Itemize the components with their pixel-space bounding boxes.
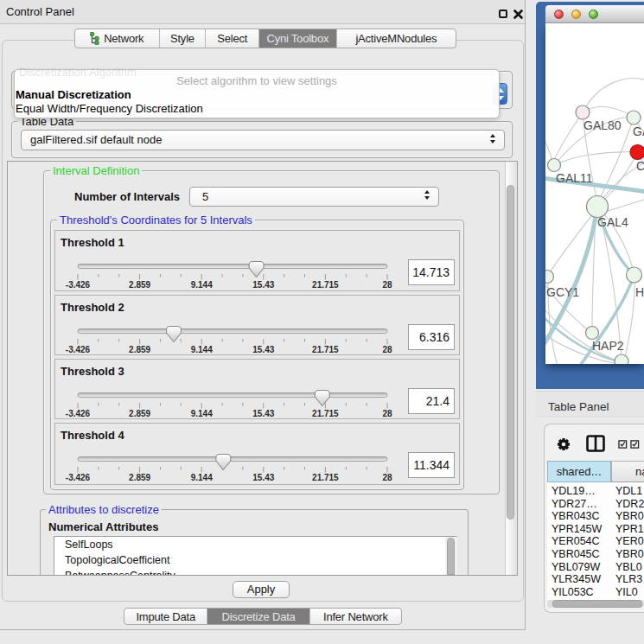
svg-text:9.144: 9.144 <box>191 409 213 418</box>
svg-text:28: 28 <box>382 280 392 290</box>
svg-text:-3.426: -3.426 <box>66 409 91 418</box>
svg-text:21.715: 21.715 <box>312 280 339 290</box>
svg-text:15.43: 15.43 <box>252 409 274 418</box>
svg-text:28: 28 <box>382 345 392 354</box>
svg-text:28: 28 <box>382 473 392 482</box>
svg-text:2.859: 2.859 <box>129 409 150 418</box>
svg-text:-3.426: -3.426 <box>66 345 91 354</box>
svg-text:HIS: HIS <box>635 285 644 299</box>
svg-text:-3.426: -3.426 <box>66 280 91 290</box>
svg-text:2.859: 2.859 <box>129 345 150 354</box>
svg-text:HAP2: HAP2 <box>592 339 624 353</box>
svg-text:21.715: 21.715 <box>312 409 339 418</box>
svg-text:2.859: 2.859 <box>129 473 150 482</box>
svg-text:15.43: 15.43 <box>252 280 274 290</box>
svg-text:GAL80: GAL80 <box>583 118 622 132</box>
svg-text:15.43: 15.43 <box>252 473 274 482</box>
svg-text:2.859: 2.859 <box>129 280 150 290</box>
svg-text:28: 28 <box>382 409 392 418</box>
svg-text:GAL4: GAL4 <box>597 215 628 229</box>
svg-text:15.43: 15.43 <box>252 345 274 354</box>
svg-text:21.715: 21.715 <box>312 345 339 354</box>
svg-text:9.144: 9.144 <box>191 473 213 482</box>
svg-text:9.144: 9.144 <box>191 280 213 290</box>
svg-text:GAL11: GAL11 <box>556 171 593 185</box>
svg-text:9.144: 9.144 <box>191 345 213 354</box>
svg-text:CD: CD <box>636 159 644 173</box>
svg-text:21.715: 21.715 <box>312 473 339 482</box>
svg-text:GAL: GAL <box>633 124 644 138</box>
svg-text:GCY1: GCY1 <box>546 285 579 299</box>
svg-text:-3.426: -3.426 <box>66 473 91 482</box>
